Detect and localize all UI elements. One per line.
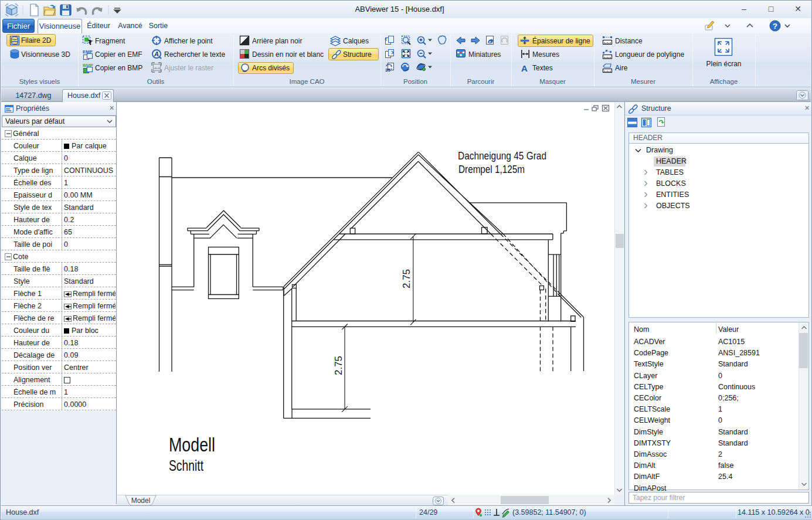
- svg-text:Dachneigung 45 Grad: Dachneigung 45 Grad: [458, 149, 546, 162]
- svg-text:Model: Model: [131, 497, 151, 505]
- svg-text:Modell: Modell: [169, 433, 215, 456]
- svg-text:A: A: [521, 63, 528, 73]
- svg-text:Schnitt: Schnitt: [169, 457, 204, 474]
- svg-text:?: ?: [773, 22, 777, 30]
- svg-text:Drempel 1,125m: Drempel 1,125m: [458, 163, 525, 175]
- svg-text:2.75: 2.75: [401, 269, 412, 288]
- svg-text:35°: 35°: [385, 67, 392, 73]
- svg-text:A: A: [154, 50, 159, 57]
- svg-text:2.75: 2.75: [333, 356, 344, 375]
